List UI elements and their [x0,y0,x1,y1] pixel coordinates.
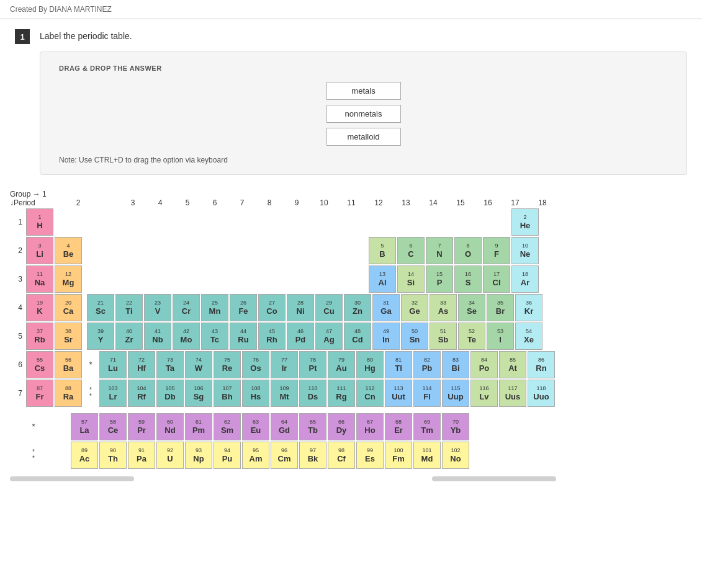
element-Zn: 30Zn [344,294,371,321]
group-col-10: 10 [310,198,338,207]
element-Rh: 45Rh [258,323,286,350]
element-Nd: 60Nd [156,413,184,440]
cell-empty-1-3 [83,208,110,236]
element-In: 49In [372,323,400,350]
element-Mg: 12Mg [55,265,82,293]
element-Ti: 22Ti [115,294,143,321]
note-text: Note: Use CTRL+D to drag the option via … [59,156,668,164]
period-6-row: 6 55Cs 56Ba * 71Lu 72Hf 73Ta 74W 75Re 76… [10,351,556,378]
element-Be: 4Be [55,237,82,264]
scrollbar-left[interactable] [10,476,134,481]
cell-empty-1-4 [112,208,139,236]
element-La: 57La [71,413,98,440]
group-col-15: 15 [447,198,474,207]
element-H: 1H [26,208,53,236]
group-col-9: 9 [283,198,310,207]
element-Hs: 108Hs [242,380,269,407]
star-la: * [26,422,41,431]
element-U: 92U [156,442,184,469]
element-Ce: 58Ce [99,413,127,440]
element-Ta: 73Ta [156,351,184,378]
actinides-row: ** 89Ac 90Th 91Pa 92U 93Np 94Pu 95Am 96C… [10,442,556,469]
element-Bh: 107Bh [214,380,241,407]
element-Cm: 96Cm [271,442,298,469]
cell-empty-1-13 [369,208,396,236]
element-Mn: 25Mn [201,294,228,321]
group-col-16: 16 [474,198,502,207]
element-Na: 11Na [26,265,53,293]
element-Ba: 56Ba [55,351,82,378]
element-Cs: 55Cs [26,351,53,378]
element-Au: 79Au [328,351,355,378]
element-Lv: 116Lv [470,380,498,407]
element-Tb: 65Tb [299,413,326,440]
element-Po: 84Po [470,351,498,378]
cell-empty-1-6 [169,208,196,236]
element-Dy: 66Dy [328,413,355,440]
period-num-2: 2 [10,246,25,255]
element-Fr: 87Fr [26,380,53,407]
element-Ra: 88Ra [55,380,82,407]
element-W: 74W [185,351,212,378]
element-Tc: 43Tc [201,323,228,350]
element-Cn: 112Cn [356,380,384,407]
element-As: 33As [430,294,457,321]
period-num-6: 6 [10,360,25,369]
header-bar: Created By DIANA MARTINEZ [0,0,702,19]
element-Tl: 81Tl [385,351,412,378]
element-Sc: 21Sc [87,294,114,321]
element-Ru: 44Ru [230,323,257,350]
element-Am: 95Am [242,442,269,469]
element-Al: 13Al [369,265,396,293]
option-metals[interactable]: metals [326,82,401,100]
element-F: 9F [483,237,510,264]
star-6: * [83,360,98,369]
element-Pa: 91Pa [128,442,155,469]
element-Fm: 100Fm [385,442,412,469]
period-num-3: 3 [10,275,25,283]
period-3-row: 3 11Na 12Mg 13Al 14Si 15P 16S 17Cl 18Ar [10,265,556,293]
question-number: 1 [15,29,30,44]
element-Th: 90Th [99,442,127,469]
element-Br: 35Br [487,294,514,321]
element-Rb: 37Rb [26,323,53,350]
element-S: 16S [454,265,482,293]
element-Pr: 59Pr [128,413,155,440]
element-Md: 101Md [413,442,441,469]
element-Gd: 64Gd [271,413,298,440]
answer-options: metals nonmetals metalloid [59,82,668,146]
scrollbar-right[interactable] [432,476,556,481]
group-col-13: 13 [392,198,420,207]
element-Zr: 40Zr [115,323,143,350]
element-Np: 93Np [185,442,212,469]
star-star-ac: ** [26,449,41,461]
element-Sg: 106Sg [185,380,212,407]
group-col-2: 2 [65,198,92,207]
element-Pt: 78Pt [299,351,326,378]
group-col-8: 8 [256,198,283,207]
group-col-4: 4 [146,198,174,207]
element-Cd: 48Cd [344,323,371,350]
group-col-3: 3 [119,198,146,207]
group-col-18: 18 [529,198,556,207]
star-star-7: ** [83,387,98,399]
option-metalloid[interactable]: metalloid [326,128,401,146]
element-Uup: 115Uup [442,380,469,407]
element-Kr: 36Kr [515,294,542,321]
element-Si: 14Si [397,265,425,293]
element-He: 2He [511,208,539,236]
element-Ne: 10Ne [511,237,539,264]
element-Pd: 46Pd [287,323,314,350]
group-col-6: 6 [201,198,228,207]
element-Pb: 82Pb [413,351,441,378]
element-Co: 27Co [258,294,286,321]
element-Sm: 62Sm [214,413,241,440]
option-nonmetals[interactable]: nonmetals [326,105,401,123]
group-col-17: 17 [502,198,529,207]
element-Lr: 103Lr [99,380,127,407]
period-num-4: 4 [10,303,25,312]
element-Lu: 71Lu [99,351,127,378]
group-col-14: 14 [420,198,447,207]
element-O: 8O [454,237,482,264]
periodic-table: Group → 1 ↓Period 2 3 4 5 6 7 8 9 10 11 … [10,190,556,481]
